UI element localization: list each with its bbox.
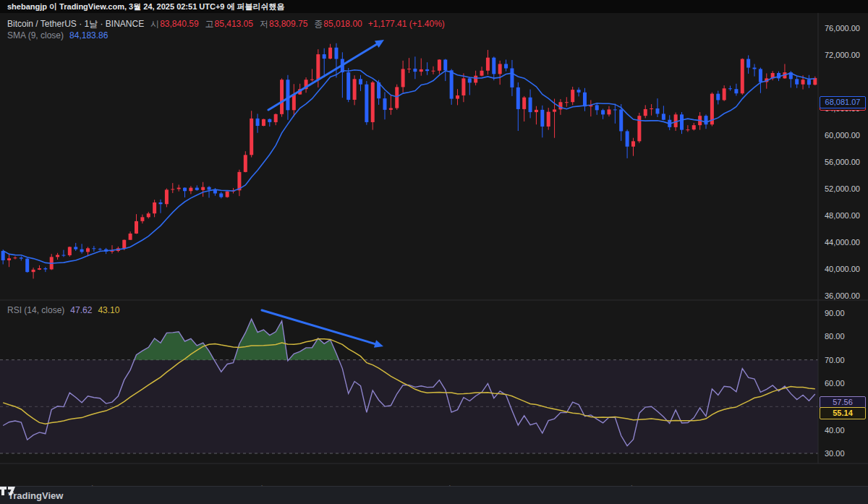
candle-body — [61, 255, 65, 256]
candle-body — [74, 247, 77, 249]
price-tick-label: 40,000.00 — [825, 264, 860, 274]
candle-body — [7, 258, 11, 260]
candle-body — [558, 102, 562, 109]
candle-body — [183, 188, 187, 192]
candle-body — [456, 95, 459, 99]
footer-bar: TradingView — [0, 486, 868, 504]
candle-body — [492, 58, 495, 74]
candle-body — [328, 48, 332, 59]
candle-body — [607, 109, 610, 114]
rsi-ma-value: 43.10 — [98, 305, 119, 315]
candle-body — [644, 109, 647, 116]
candle-body — [25, 259, 29, 273]
rsi-legend[interactable]: RSI (14, close)47.6243.10 — [7, 305, 119, 315]
brand-name[interactable]: TradingView — [8, 490, 63, 501]
price-tick-label: 36,000.00 — [825, 291, 860, 301]
candle-body — [486, 58, 490, 71]
candle-body — [504, 64, 508, 68]
candle-body — [619, 109, 623, 131]
candle-body — [383, 98, 386, 110]
price-tick-label: 56,000.00 — [825, 157, 860, 167]
rsi-tick-label: 60.00 — [825, 378, 845, 388]
candle-body — [516, 87, 520, 109]
candle-body — [286, 80, 289, 110]
candle-body — [577, 90, 581, 93]
candle-body — [432, 71, 435, 72]
sma-line — [3, 70, 815, 264]
rsi-ma-value-badge: 55.14 — [820, 407, 866, 419]
ohlc-label: 저 — [260, 19, 268, 29]
candle-body — [529, 98, 532, 112]
candle-body — [68, 247, 72, 255]
candle-body — [365, 85, 368, 122]
candle-body — [553, 109, 556, 111]
candle-body — [86, 248, 90, 252]
candle-body — [680, 114, 684, 129]
candle-body — [244, 155, 247, 172]
candle-body — [80, 249, 84, 252]
candle-body — [662, 114, 665, 119]
symbol-legend[interactable]: Bitcoin / TetherUS · 1날 · BINANCE시83,840… — [7, 18, 445, 30]
candle-body — [110, 251, 114, 252]
candle-body — [461, 78, 465, 95]
candle-body — [686, 129, 689, 130]
candle-body — [274, 114, 278, 122]
price-tick-label: 52,000.00 — [825, 184, 860, 194]
candle-body — [219, 193, 223, 197]
candle-body — [159, 202, 163, 204]
tradingview-logo-icon[interactable] — [0, 487, 16, 496]
candle-body — [43, 268, 47, 269]
price-tick-label: 48,000.00 — [825, 210, 860, 221]
candle-body — [480, 71, 484, 76]
sma-name: SMA (9, close) — [7, 30, 64, 40]
publish-info-bar: shebangjp 이 TradingView.com, 3월 24, 2025… — [0, 0, 868, 13]
rsi-tick-label: 40.00 — [825, 425, 845, 435]
candle-body — [716, 94, 720, 101]
candle-body — [438, 59, 441, 70]
candle-body — [795, 79, 799, 84]
ohlc-value: 85,018.00 — [323, 19, 362, 29]
candle-body — [359, 79, 362, 84]
chart-plot[interactable] — [0, 13, 868, 486]
candle-body — [292, 95, 296, 111]
price-tick-label: 44,000.00 — [825, 237, 860, 247]
ohlc-value: 85,413.05 — [215, 19, 253, 29]
price-tick-label: 76,000.00 — [825, 23, 860, 33]
candle-body — [631, 141, 635, 146]
candle-body — [601, 110, 605, 114]
candle-body — [32, 270, 35, 272]
ohlc-label: 고 — [205, 19, 214, 29]
candle-body — [723, 88, 726, 100]
candle-body — [674, 114, 678, 127]
candle-body — [147, 213, 150, 217]
sma-value: 84,183.86 — [69, 30, 108, 40]
candle-body — [189, 188, 192, 192]
candle-body — [413, 69, 417, 72]
rsi-tick-label: 80.00 — [825, 331, 845, 341]
change-value: +1,177.41 (+1.40%) — [368, 19, 445, 29]
candle-body — [753, 68, 757, 69]
candle-body — [323, 54, 326, 59]
candle-body — [468, 78, 472, 82]
candle-body — [201, 187, 205, 190]
tradingview-published-chart: { "publish_bar": {"text": "shebangjp 이 T… — [0, 0, 868, 504]
candle-body — [741, 59, 744, 94]
chart-area[interactable]: Bitcoin / TetherUS · 1날 · BINANCE시83,840… — [0, 13, 868, 486]
candle-body — [540, 110, 544, 127]
candle-body — [450, 70, 454, 98]
candle-body — [195, 188, 199, 190]
candle-body — [98, 249, 102, 249]
sma-legend[interactable]: SMA (9, close)84,183.86 — [7, 30, 108, 40]
candle-body — [583, 93, 587, 106]
candle-body — [425, 69, 429, 71]
candle-body — [650, 108, 653, 109]
ohlc-values: 시83,840.59고85,413.05저83,809.75종85,018.00 — [144, 19, 362, 29]
candle-body — [395, 87, 399, 108]
candle-body — [262, 119, 265, 126]
candle-body — [389, 108, 393, 110]
rsi-value: 47.62 — [70, 305, 92, 315]
rsi-tick-label: 90.00 — [825, 308, 845, 318]
candle-body — [613, 109, 617, 110]
candle-body — [310, 80, 314, 80]
candle-body — [420, 69, 423, 72]
